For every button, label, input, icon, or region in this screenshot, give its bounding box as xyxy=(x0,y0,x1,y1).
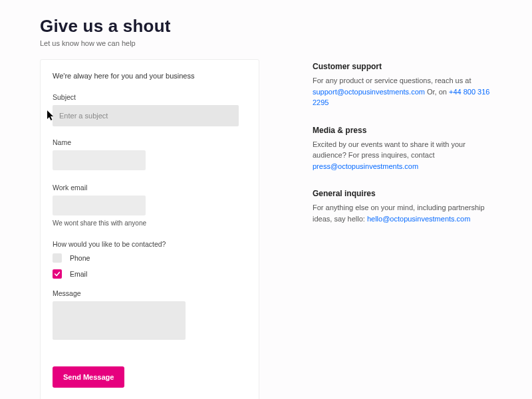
press-text: Excited by our events want to share it w… xyxy=(313,139,492,172)
checkbox-email-row[interactable]: Email xyxy=(53,269,247,279)
page-title: Give us a shout xyxy=(40,16,492,37)
general-block: General inquires For anything else on yo… xyxy=(313,189,492,224)
contact-form-card: We're alway here for you and your busine… xyxy=(40,59,259,399)
press-heading: Media & press xyxy=(313,126,492,135)
page-subtitle: Let us know how we can help xyxy=(40,39,492,47)
message-textarea[interactable] xyxy=(53,301,186,340)
subject-label: Subject xyxy=(53,93,247,101)
support-heading: Customer support xyxy=(313,62,492,71)
contact-method-label: How would you like to be contacted? xyxy=(53,240,247,248)
press-email-link[interactable]: press@octopusinvestments.com xyxy=(313,162,418,170)
info-column: Customer support For any product or serv… xyxy=(313,59,492,399)
email-input[interactable] xyxy=(53,196,146,215)
message-label: Message xyxy=(53,289,247,297)
general-text: For anything else on your mind, includin… xyxy=(313,202,492,224)
subject-input[interactable] xyxy=(53,105,239,126)
form-intro: We're alway here for you and your busine… xyxy=(53,72,247,80)
support-text-2: Or, on xyxy=(425,88,449,96)
checkbox-unchecked-icon xyxy=(53,253,62,263)
email-label: Work email xyxy=(53,184,247,192)
press-block: Media & press Excited by our events want… xyxy=(313,126,492,172)
general-heading: General inquires xyxy=(313,189,492,198)
name-input[interactable] xyxy=(53,150,146,170)
general-email-link[interactable]: hello@octopusinvestments.com xyxy=(367,215,470,223)
send-message-button[interactable]: Send Message xyxy=(53,366,124,388)
name-label: Name xyxy=(53,138,247,146)
support-block: Customer support For any product or serv… xyxy=(313,62,492,108)
checkbox-phone-label: Phone xyxy=(70,254,90,262)
checkbox-phone-row[interactable]: Phone xyxy=(53,253,247,263)
support-text: For any product or service questions, re… xyxy=(313,75,492,108)
press-text-body: Excited by our events want to share it w… xyxy=(313,140,466,160)
checkbox-email-label: Email xyxy=(70,270,87,278)
email-helper: We wont share this with anyone xyxy=(53,219,247,227)
support-text-1: For any product or service questions, re… xyxy=(313,76,471,84)
support-email-link[interactable]: support@octopusinvestments.com xyxy=(313,88,425,96)
checkbox-checked-icon xyxy=(53,269,62,279)
